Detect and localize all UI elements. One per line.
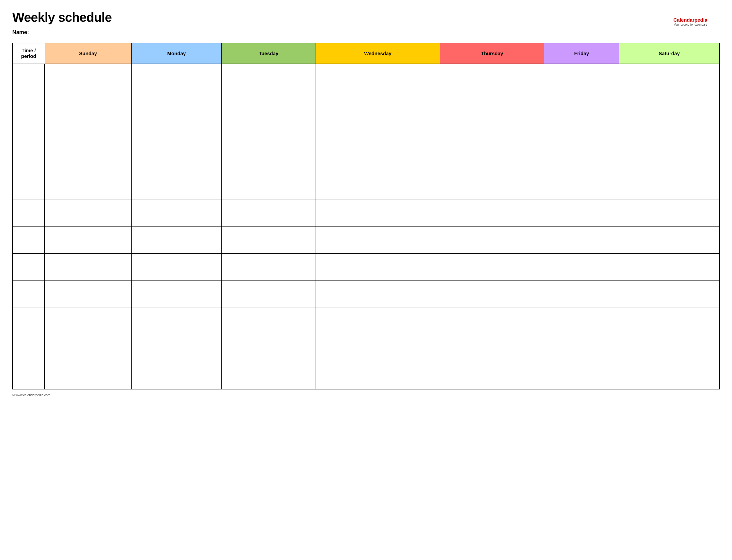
day-cell[interactable] (619, 281, 719, 308)
day-cell[interactable] (440, 308, 544, 335)
day-cell[interactable] (316, 254, 440, 281)
table-body (13, 64, 719, 389)
day-cell[interactable] (131, 281, 221, 308)
day-cell[interactable] (619, 308, 719, 335)
day-cell[interactable] (316, 64, 440, 91)
day-cell[interactable] (131, 118, 221, 145)
day-cell[interactable] (222, 199, 316, 227)
day-cell[interactable] (544, 118, 619, 145)
day-cell[interactable] (440, 145, 544, 172)
time-cell[interactable] (13, 199, 45, 227)
day-cell[interactable] (544, 64, 619, 91)
day-cell[interactable] (131, 254, 221, 281)
day-cell[interactable] (316, 227, 440, 254)
time-cell[interactable] (13, 118, 45, 145)
day-cell[interactable] (45, 254, 131, 281)
time-cell[interactable] (13, 91, 45, 118)
day-cell[interactable] (45, 118, 131, 145)
time-cell[interactable] (13, 308, 45, 335)
day-cell[interactable] (131, 335, 221, 362)
day-cell[interactable] (440, 281, 544, 308)
day-cell[interactable] (45, 64, 131, 91)
table-row (13, 199, 719, 227)
day-cell[interactable] (619, 199, 719, 227)
day-cell[interactable] (440, 362, 544, 389)
day-cell[interactable] (316, 308, 440, 335)
day-cell[interactable] (544, 254, 619, 281)
day-cell[interactable] (619, 91, 719, 118)
day-cell[interactable] (544, 362, 619, 389)
day-cell[interactable] (316, 199, 440, 227)
day-cell[interactable] (222, 335, 316, 362)
day-cell[interactable] (544, 335, 619, 362)
day-cell[interactable] (222, 227, 316, 254)
time-cell[interactable] (13, 227, 45, 254)
day-cell[interactable] (440, 64, 544, 91)
day-cell[interactable] (316, 335, 440, 362)
day-cell[interactable] (544, 281, 619, 308)
day-cell[interactable] (440, 118, 544, 145)
day-cell[interactable] (619, 254, 719, 281)
day-cell[interactable] (131, 145, 221, 172)
day-cell[interactable] (131, 308, 221, 335)
day-cell[interactable] (440, 172, 544, 199)
day-cell[interactable] (45, 335, 131, 362)
day-cell[interactable] (440, 335, 544, 362)
day-cell[interactable] (619, 227, 719, 254)
day-cell[interactable] (45, 145, 131, 172)
day-cell[interactable] (619, 335, 719, 362)
day-cell[interactable] (440, 91, 544, 118)
day-cell[interactable] (45, 91, 131, 118)
day-cell[interactable] (316, 362, 440, 389)
name-label: Name: (12, 29, 720, 35)
day-cell[interactable] (222, 64, 316, 91)
day-cell[interactable] (131, 172, 221, 199)
day-cell[interactable] (222, 145, 316, 172)
day-cell[interactable] (619, 362, 719, 389)
time-cell[interactable] (13, 64, 45, 91)
day-cell[interactable] (316, 145, 440, 172)
table-row (13, 254, 719, 281)
day-cell[interactable] (131, 199, 221, 227)
day-cell[interactable] (440, 227, 544, 254)
day-cell[interactable] (544, 172, 619, 199)
day-cell[interactable] (222, 172, 316, 199)
time-cell[interactable] (13, 145, 45, 172)
day-cell[interactable] (619, 145, 719, 172)
day-cell[interactable] (316, 91, 440, 118)
day-cell[interactable] (222, 281, 316, 308)
day-cell[interactable] (131, 227, 221, 254)
day-cell[interactable] (440, 199, 544, 227)
day-cell[interactable] (619, 118, 719, 145)
day-cell[interactable] (544, 199, 619, 227)
day-cell[interactable] (131, 64, 221, 91)
day-cell[interactable] (222, 362, 316, 389)
day-cell[interactable] (316, 172, 440, 199)
day-cell[interactable] (316, 118, 440, 145)
day-cell[interactable] (45, 362, 131, 389)
time-cell[interactable] (13, 254, 45, 281)
day-cell[interactable] (45, 281, 131, 308)
day-cell[interactable] (45, 172, 131, 199)
day-cell[interactable] (440, 254, 544, 281)
time-cell[interactable] (13, 362, 45, 389)
day-cell[interactable] (131, 362, 221, 389)
day-cell[interactable] (45, 308, 131, 335)
day-cell[interactable] (544, 145, 619, 172)
day-cell[interactable] (222, 118, 316, 145)
day-cell[interactable] (222, 91, 316, 118)
time-cell[interactable] (13, 172, 45, 199)
day-cell[interactable] (316, 281, 440, 308)
day-cell[interactable] (544, 227, 619, 254)
day-cell[interactable] (619, 172, 719, 199)
time-cell[interactable] (13, 335, 45, 362)
day-cell[interactable] (45, 227, 131, 254)
day-cell[interactable] (544, 91, 619, 118)
day-cell[interactable] (131, 91, 221, 118)
day-cell[interactable] (45, 199, 131, 227)
day-cell[interactable] (544, 308, 619, 335)
day-cell[interactable] (222, 254, 316, 281)
day-cell[interactable] (619, 64, 719, 91)
day-cell[interactable] (222, 308, 316, 335)
time-cell[interactable] (13, 281, 45, 308)
